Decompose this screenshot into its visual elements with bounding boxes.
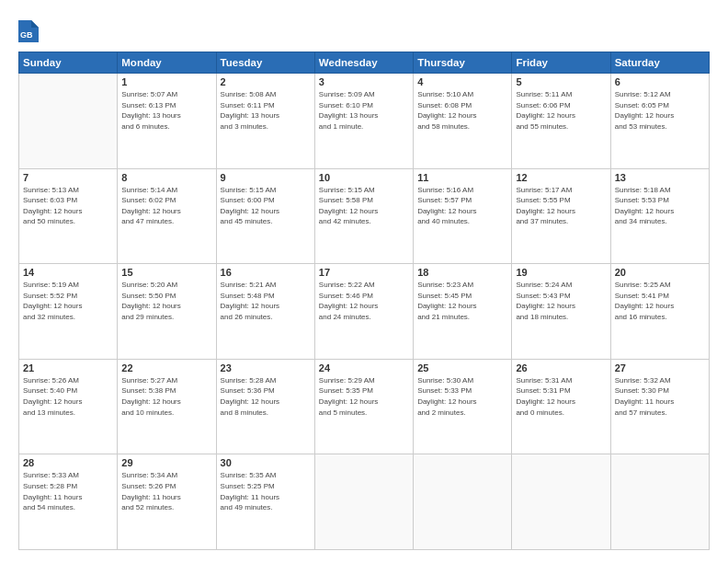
day-cell: 29Sunrise: 5:34 AMSunset: 5:26 PMDayligh…	[118, 454, 216, 550]
day-number: 19	[516, 267, 606, 278]
day-cell: 13Sunrise: 5:18 AMSunset: 5:53 PMDayligh…	[610, 168, 709, 264]
page: GB SundayMondayTuesdayWednesdayThursdayF…	[0, 0, 728, 563]
col-header-sunday: Sunday	[19, 52, 118, 74]
day-cell: 4Sunrise: 5:10 AMSunset: 6:08 PMDaylight…	[414, 74, 512, 169]
day-info: Sunrise: 5:12 AMSunset: 6:05 PMDaylight:…	[615, 89, 705, 132]
week-row-3: 21Sunrise: 5:26 AMSunset: 5:40 PMDayligh…	[19, 359, 710, 454]
day-cell: 10Sunrise: 5:15 AMSunset: 5:58 PMDayligh…	[314, 168, 413, 264]
day-number: 6	[615, 76, 705, 87]
day-cell: 1Sunrise: 5:07 AMSunset: 6:13 PMDaylight…	[118, 74, 216, 169]
day-info: Sunrise: 5:29 AMSunset: 5:35 PMDaylight:…	[319, 375, 409, 418]
day-info: Sunrise: 5:09 AMSunset: 6:10 PMDaylight:…	[319, 89, 409, 132]
day-cell: 24Sunrise: 5:29 AMSunset: 5:35 PMDayligh…	[314, 359, 413, 454]
day-number: 11	[417, 172, 507, 183]
day-cell: 2Sunrise: 5:08 AMSunset: 6:11 PMDaylight…	[216, 74, 314, 169]
svg-text:GB: GB	[20, 30, 33, 40]
logo-icon: GB	[18, 17, 39, 42]
day-cell: 22Sunrise: 5:27 AMSunset: 5:38 PMDayligh…	[118, 359, 216, 454]
day-number: 3	[319, 76, 409, 87]
day-number: 24	[319, 362, 409, 373]
col-header-thursday: Thursday	[414, 52, 512, 74]
day-info: Sunrise: 5:14 AMSunset: 6:02 PMDaylight:…	[121, 185, 211, 227]
day-info: Sunrise: 5:15 AMSunset: 6:00 PMDaylight:…	[221, 185, 311, 227]
day-number: 2	[221, 76, 311, 87]
day-info: Sunrise: 5:27 AMSunset: 5:38 PMDaylight:…	[121, 375, 211, 418]
day-cell: 21Sunrise: 5:26 AMSunset: 5:40 PMDayligh…	[19, 359, 118, 454]
col-header-wednesday: Wednesday	[314, 52, 413, 74]
day-info: Sunrise: 5:35 AMSunset: 5:25 PMDaylight:…	[221, 470, 311, 512]
week-row-0: 1Sunrise: 5:07 AMSunset: 6:13 PMDaylight…	[19, 74, 710, 169]
day-number: 23	[221, 362, 311, 373]
week-row-2: 14Sunrise: 5:19 AMSunset: 5:52 PMDayligh…	[19, 264, 710, 360]
calendar-header: SundayMondayTuesdayWednesdayThursdayFrid…	[19, 52, 710, 74]
day-info: Sunrise: 5:11 AMSunset: 6:06 PMDaylight:…	[516, 89, 606, 132]
day-cell: 19Sunrise: 5:24 AMSunset: 5:43 PMDayligh…	[512, 264, 610, 360]
day-cell: 20Sunrise: 5:25 AMSunset: 5:41 PMDayligh…	[610, 264, 709, 360]
day-info: Sunrise: 5:31 AMSunset: 5:31 PMDaylight:…	[516, 375, 606, 418]
day-cell: 27Sunrise: 5:32 AMSunset: 5:30 PMDayligh…	[610, 359, 709, 454]
day-number: 4	[417, 76, 507, 87]
day-cell: 30Sunrise: 5:35 AMSunset: 5:25 PMDayligh…	[216, 454, 314, 550]
day-cell: 9Sunrise: 5:15 AMSunset: 6:00 PMDaylight…	[216, 168, 314, 264]
day-info: Sunrise: 5:07 AMSunset: 6:13 PMDaylight:…	[121, 89, 211, 132]
day-cell: 14Sunrise: 5:19 AMSunset: 5:52 PMDayligh…	[19, 264, 118, 360]
header: GB	[18, 17, 710, 42]
day-cell: 7Sunrise: 5:13 AMSunset: 6:03 PMDaylight…	[19, 168, 118, 264]
day-info: Sunrise: 5:18 AMSunset: 5:53 PMDaylight:…	[615, 185, 705, 227]
day-cell	[512, 454, 610, 550]
day-number: 7	[23, 172, 113, 183]
day-cell	[314, 454, 413, 550]
day-cell: 5Sunrise: 5:11 AMSunset: 6:06 PMDaylight…	[512, 74, 610, 169]
day-info: Sunrise: 5:34 AMSunset: 5:26 PMDaylight:…	[121, 470, 211, 512]
day-number: 9	[221, 172, 311, 183]
day-number: 25	[417, 362, 507, 373]
day-number: 20	[615, 267, 705, 278]
day-info: Sunrise: 5:16 AMSunset: 5:57 PMDaylight:…	[417, 185, 507, 227]
day-info: Sunrise: 5:17 AMSunset: 5:55 PMDaylight:…	[516, 185, 606, 227]
logo: GB	[18, 17, 42, 42]
day-cell	[19, 74, 118, 169]
day-cell: 16Sunrise: 5:21 AMSunset: 5:48 PMDayligh…	[216, 264, 314, 360]
day-cell	[610, 454, 709, 550]
day-info: Sunrise: 5:33 AMSunset: 5:28 PMDaylight:…	[23, 470, 113, 512]
day-info: Sunrise: 5:25 AMSunset: 5:41 PMDaylight:…	[615, 280, 705, 322]
col-header-friday: Friday	[512, 52, 610, 74]
day-cell	[414, 454, 512, 550]
day-info: Sunrise: 5:30 AMSunset: 5:33 PMDaylight:…	[417, 375, 507, 418]
day-info: Sunrise: 5:15 AMSunset: 5:58 PMDaylight:…	[319, 185, 409, 227]
day-cell: 25Sunrise: 5:30 AMSunset: 5:33 PMDayligh…	[414, 359, 512, 454]
day-cell: 12Sunrise: 5:17 AMSunset: 5:55 PMDayligh…	[512, 168, 610, 264]
day-cell: 6Sunrise: 5:12 AMSunset: 6:05 PMDaylight…	[610, 74, 709, 169]
day-info: Sunrise: 5:13 AMSunset: 6:03 PMDaylight:…	[23, 185, 113, 227]
svg-marker-1	[31, 20, 39, 28]
day-info: Sunrise: 5:26 AMSunset: 5:40 PMDaylight:…	[23, 375, 113, 418]
day-number: 27	[615, 362, 705, 373]
calendar-table: SundayMondayTuesdayWednesdayThursdayFrid…	[18, 52, 710, 550]
col-header-monday: Monday	[118, 52, 216, 74]
day-info: Sunrise: 5:08 AMSunset: 6:11 PMDaylight:…	[221, 89, 311, 132]
col-header-saturday: Saturday	[610, 52, 709, 74]
day-number: 16	[221, 267, 311, 278]
day-number: 12	[516, 172, 606, 183]
day-number: 28	[23, 457, 113, 468]
day-number: 8	[121, 172, 211, 183]
day-info: Sunrise: 5:19 AMSunset: 5:52 PMDaylight:…	[23, 280, 113, 322]
day-cell: 15Sunrise: 5:20 AMSunset: 5:50 PMDayligh…	[118, 264, 216, 360]
day-number: 10	[319, 172, 409, 183]
calendar-body: 1Sunrise: 5:07 AMSunset: 6:13 PMDaylight…	[19, 74, 710, 550]
day-number: 14	[23, 267, 113, 278]
day-info: Sunrise: 5:23 AMSunset: 5:45 PMDaylight:…	[417, 280, 507, 322]
day-number: 22	[121, 362, 211, 373]
day-cell: 3Sunrise: 5:09 AMSunset: 6:10 PMDaylight…	[314, 74, 413, 169]
day-cell: 11Sunrise: 5:16 AMSunset: 5:57 PMDayligh…	[414, 168, 512, 264]
day-number: 1	[121, 76, 211, 87]
day-number: 15	[121, 267, 211, 278]
day-number: 5	[516, 76, 606, 87]
day-cell: 18Sunrise: 5:23 AMSunset: 5:45 PMDayligh…	[414, 264, 512, 360]
col-header-tuesday: Tuesday	[216, 52, 314, 74]
day-info: Sunrise: 5:22 AMSunset: 5:46 PMDaylight:…	[319, 280, 409, 322]
day-info: Sunrise: 5:28 AMSunset: 5:36 PMDaylight:…	[221, 375, 311, 418]
day-info: Sunrise: 5:24 AMSunset: 5:43 PMDaylight:…	[516, 280, 606, 322]
day-info: Sunrise: 5:32 AMSunset: 5:30 PMDaylight:…	[615, 375, 705, 418]
day-info: Sunrise: 5:21 AMSunset: 5:48 PMDaylight:…	[221, 280, 311, 322]
